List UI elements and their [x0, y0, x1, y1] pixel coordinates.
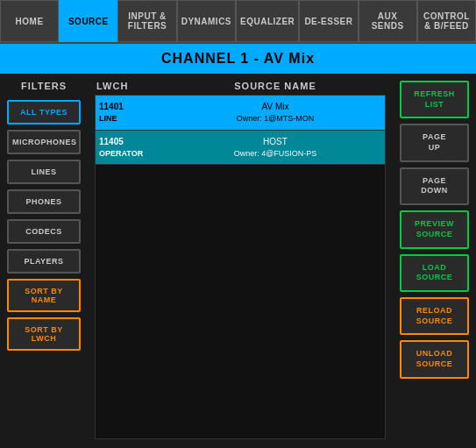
row-name-2: HOST: [169, 136, 381, 148]
source-row-2[interactable]: 11405 OPERATOR HOST Owner: 4@FUSION-PS: [96, 131, 385, 166]
nav-bar: HOME SOURCE INPUT &FILTERS DYNAMICS EQUA…: [0, 0, 476, 44]
filter-all-types[interactable]: ALL TYPES: [7, 100, 81, 124]
name-cell-1: AV Mix Owner: 1@MTS-MON: [169, 101, 381, 124]
page-down-button[interactable]: PAGEDOWN: [400, 167, 469, 205]
unload-source-button[interactable]: UNLOADSOURCE: [400, 340, 469, 378]
center-panel: LWCH SOURCE NAME 11401 LINE AV Mix Owner…: [88, 74, 393, 446]
col-source-header: SOURCE NAME: [167, 81, 384, 91]
row-number-1: 11401: [99, 101, 169, 113]
preview-source-button[interactable]: PREVIEWSOURCE: [400, 210, 469, 248]
sort-by-name-button[interactable]: SORT BYNAME: [7, 279, 81, 312]
page-up-button[interactable]: PAGEUP: [400, 124, 469, 161]
row-type-2: OPERATOR: [99, 148, 169, 160]
tab-control-bfeed[interactable]: CONTROL& B/FEED: [417, 0, 476, 42]
source-list: 11401 LINE AV Mix Owner: 1@MTS-MON 11405…: [95, 95, 386, 439]
load-source-button[interactable]: LOADSOURCE: [400, 254, 469, 292]
channel-header: CHANNEL 1 - AV Mix: [0, 44, 476, 74]
filter-codecs[interactable]: CODECS: [7, 219, 81, 244]
row-number-2: 11405: [99, 136, 169, 148]
filters-panel: FILTERS ALL TYPES MICROPHONES LINES PHON…: [0, 74, 88, 446]
row-owner-2: Owner: 4@FUSION-PS: [169, 148, 381, 160]
col-lwch-header: LWCH: [96, 81, 167, 91]
row-name-1: AV Mix: [169, 101, 381, 113]
filter-players[interactable]: PLAYERS: [7, 249, 81, 274]
lwch-cell-1: 11401 LINE: [99, 101, 169, 124]
table-header: LWCH SOURCE NAME: [95, 81, 386, 91]
filters-title: FILTERS: [7, 81, 81, 91]
reload-source-button[interactable]: RELOADSOURCE: [400, 297, 469, 335]
main-layout: FILTERS ALL TYPES MICROPHONES LINES PHON…: [0, 74, 476, 446]
right-panel: REFRESH LIST PAGEUP PAGEDOWN PREVIEWSOUR…: [393, 74, 476, 446]
refresh-list-button[interactable]: REFRESH LIST: [400, 81, 469, 118]
filter-microphones[interactable]: MICROPHONES: [7, 130, 81, 154]
row-owner-1: Owner: 1@MTS-MON: [169, 113, 381, 124]
filter-phones[interactable]: PHONES: [7, 189, 81, 214]
tab-source[interactable]: SOURCE: [59, 0, 117, 42]
tab-de-esser[interactable]: DE-ESSER: [299, 0, 358, 42]
tab-dynamics[interactable]: DYNAMICS: [177, 0, 236, 42]
source-row-1[interactable]: 11401 LINE AV Mix Owner: 1@MTS-MON: [96, 96, 385, 131]
tab-equalizer[interactable]: EQUALIZER: [236, 0, 299, 42]
row-type-1: LINE: [99, 113, 169, 124]
filter-lines[interactable]: LINES: [7, 160, 81, 184]
lwch-cell-2: 11405 OPERATOR: [99, 136, 169, 160]
tab-home[interactable]: HOME: [0, 0, 59, 42]
sort-by-lwch-button[interactable]: SORT BYLWCH: [7, 317, 81, 351]
tab-aux-sends[interactable]: AUXSENDS: [359, 0, 417, 42]
tab-input-filters[interactable]: INPUT &FILTERS: [117, 0, 176, 42]
name-cell-2: HOST Owner: 4@FUSION-PS: [169, 136, 381, 160]
